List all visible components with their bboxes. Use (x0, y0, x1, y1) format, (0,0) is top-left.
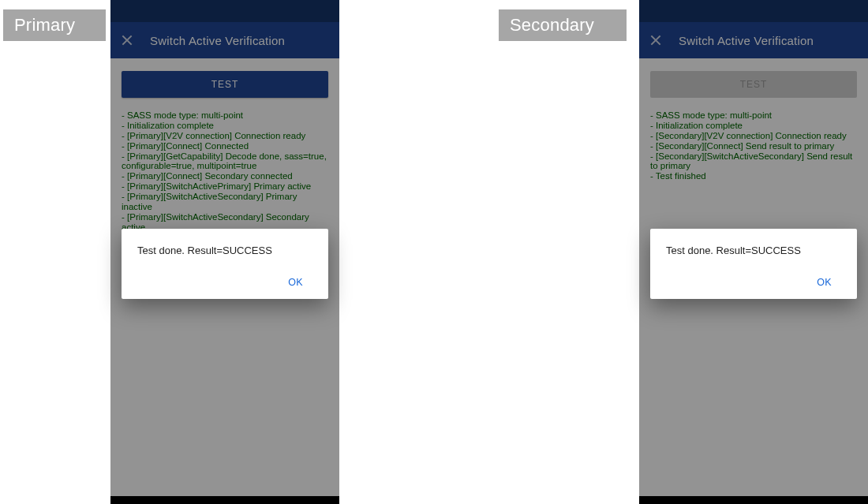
dialog-ok-button[interactable]: OK (807, 271, 841, 294)
dialog-message: Test done. Result=SUCCESS (137, 245, 312, 256)
app-bar: Switch Active Verification (110, 22, 339, 58)
status-bar (639, 0, 868, 22)
close-icon[interactable] (650, 35, 661, 46)
log-line: - Initialization complete (122, 121, 328, 131)
log-line: - [Primary][V2V connection] Connection r… (122, 131, 328, 141)
bottom-nav (639, 496, 868, 504)
result-dialog: Test done. Result=SUCCESS OK (122, 229, 328, 299)
status-bar (110, 0, 339, 22)
dialog-ok-button[interactable]: OK (279, 271, 312, 294)
close-icon[interactable] (122, 35, 133, 46)
dialog-message: Test done. Result=SUCCESS (666, 245, 841, 256)
test-button[interactable]: TEST (122, 71, 328, 98)
log-line: - [Primary][GetCapability] Decode done, … (122, 151, 328, 172)
log-line: - [Primary][Connect] Secondary connected (122, 171, 328, 181)
secondary-phone: Switch Active Verification TEST - SASS m… (639, 0, 868, 504)
app-bar: Switch Active Verification (639, 22, 868, 58)
primary-phone: Switch Active Verification TEST - SASS m… (110, 0, 339, 504)
log-line: - Initialization complete (650, 121, 857, 131)
log-output-secondary: - SASS mode type: multi-point- Initializ… (650, 110, 857, 181)
log-output-primary: - SASS mode type: multi-point- Initializ… (122, 110, 328, 242)
app-bar-title: Switch Active Verification (150, 34, 285, 47)
secondary-label: Secondary (499, 9, 627, 41)
log-line: - [Secondary][V2V connection] Connection… (650, 131, 857, 141)
log-line: - [Primary][SwitchActivePrimary] Primary… (122, 181, 328, 192)
log-line: - [Secondary][Connect] Send result to pr… (650, 141, 857, 151)
log-line: - SASS mode type: multi-point (650, 110, 857, 121)
dialog-actions: OK (279, 271, 312, 294)
log-line: - Test finished (650, 171, 857, 181)
log-line: - SASS mode type: multi-point (122, 110, 328, 121)
log-line: - [Primary][Connect] Connected (122, 141, 328, 151)
primary-label: Primary (3, 9, 106, 41)
app-bar-title: Switch Active Verification (679, 34, 814, 47)
dialog-actions: OK (807, 271, 841, 294)
log-line: - [Primary][SwitchActiveSecondary] Prima… (122, 192, 328, 212)
log-line: - [Secondary][SwitchActiveSecondary] Sen… (650, 151, 857, 172)
bottom-nav (110, 496, 339, 504)
result-dialog: Test done. Result=SUCCESS OK (650, 229, 857, 299)
test-button: TEST (650, 71, 857, 98)
